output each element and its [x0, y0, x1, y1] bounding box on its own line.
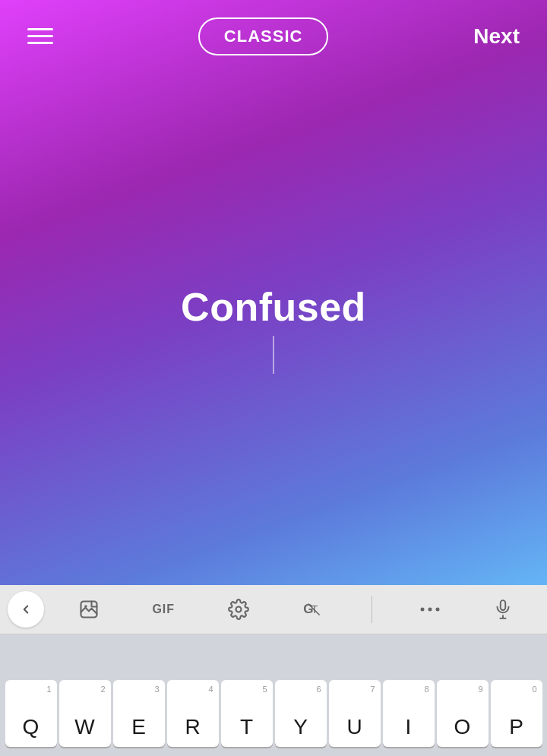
more-options-button[interactable] — [413, 598, 447, 621]
classic-mode-badge[interactable]: CLASSIC — [198, 17, 329, 55]
sticker-icon-button[interactable] — [72, 593, 106, 626]
main-gradient-area: CLASSIC Next Confused — [0, 0, 547, 585]
toolbar-icons-group: GIF G T — [52, 593, 539, 626]
classic-label: CLASSIC — [224, 27, 303, 46]
svg-point-8 — [435, 608, 439, 612]
keyboard-toolbar: GIF G T — [0, 585, 547, 634]
keyboard-row-1: 1 Q 2 W 3 E 4 R 5 T 6 Y 7 U 8 I — [0, 634, 547, 756]
gif-label: GIF — [152, 603, 175, 616]
keyboard-area: GIF G T — [0, 585, 547, 756]
svg-point-7 — [428, 608, 432, 612]
translate-icon-button[interactable]: G T — [296, 593, 330, 626]
key-r[interactable]: 4 R — [167, 680, 219, 747]
gif-button[interactable]: GIF — [146, 596, 181, 622]
svg-point-2 — [236, 607, 241, 612]
menu-button[interactable] — [21, 22, 59, 50]
text-cursor — [273, 336, 274, 374]
keyboard-back-button[interactable] — [8, 591, 44, 628]
toolbar-divider — [372, 596, 372, 623]
key-y[interactable]: 6 Y — [275, 680, 327, 747]
next-label: Next — [473, 24, 520, 48]
key-i[interactable]: 8 I — [383, 680, 435, 747]
key-e[interactable]: 3 E — [113, 680, 165, 747]
current-word: Confused — [181, 284, 366, 330]
key-t[interactable]: 5 T — [221, 680, 273, 747]
key-u[interactable]: 7 U — [329, 680, 381, 747]
next-button[interactable]: Next — [467, 18, 526, 55]
settings-icon-button[interactable] — [222, 593, 255, 626]
svg-point-6 — [420, 608, 424, 612]
svg-rect-9 — [501, 600, 505, 610]
key-p[interactable]: 0 P — [491, 680, 542, 747]
key-w[interactable]: 2 W — [59, 680, 111, 747]
microphone-icon-button[interactable] — [487, 593, 519, 626]
key-q[interactable]: 1 Q — [5, 680, 57, 747]
header: CLASSIC Next — [0, 0, 547, 72]
word-display-area: Confused — [0, 72, 547, 585]
key-o[interactable]: 9 O — [437, 680, 489, 747]
